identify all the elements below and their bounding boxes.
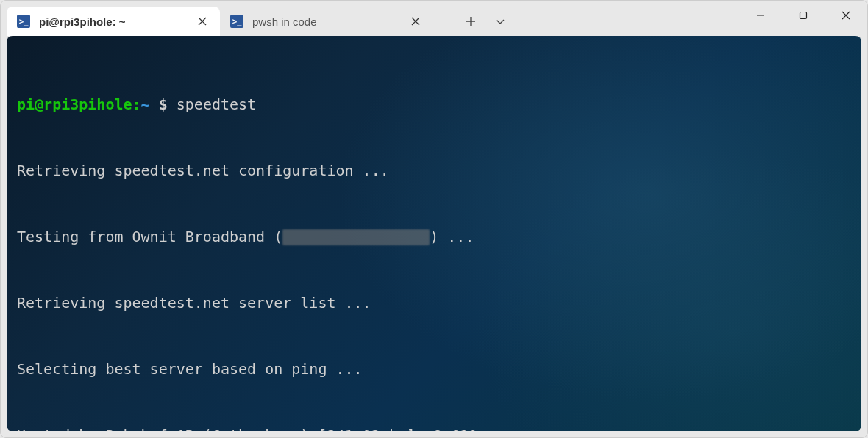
prompt-symbol: $ <box>159 96 168 113</box>
powershell-icon: >_ <box>17 15 30 28</box>
titlebar: >_ pi@rpi3pihole: ~ >_ pwsh in code <box>1 1 867 36</box>
output-line: Hosted by Bahnhof AB (Gothenburg) [241.0… <box>17 424 855 431</box>
prompt-user: pi@rpi3pihole <box>17 96 132 113</box>
terminal-pane[interactable]: pi@rpi3pihole:~ $ speedtest Retrieving s… <box>7 36 861 431</box>
redacted-ip <box>282 229 430 245</box>
terminal-output: pi@rpi3pihole:~ $ speedtest Retrieving s… <box>17 49 855 431</box>
output-line: Retrieving speedtest.net server list ... <box>17 292 855 314</box>
prompt-path: ~ <box>141 96 150 113</box>
window-controls <box>739 1 867 30</box>
command-text: speedtest <box>177 96 256 113</box>
tab-active[interactable]: >_ pi@rpi3pihole: ~ <box>7 7 220 36</box>
output-line: Selecting best server based on ping ... <box>17 358 855 380</box>
minimize-button[interactable] <box>739 1 782 30</box>
tab-title: pi@rpi3pihole: ~ <box>39 15 186 28</box>
output-line: Retrieving speedtest.net configuration .… <box>17 159 855 182</box>
output-line: Testing from Ownit Broadband () ... <box>17 226 855 248</box>
tab-actions <box>439 7 513 36</box>
maximize-button[interactable] <box>782 1 825 30</box>
close-window-button[interactable] <box>825 1 867 30</box>
divider <box>447 14 447 29</box>
powershell-icon: >_ <box>230 15 243 28</box>
tab-inactive[interactable]: >_ pwsh in code <box>220 7 433 36</box>
tab-title: pwsh in code <box>252 15 399 28</box>
new-tab-button[interactable] <box>458 10 484 33</box>
tab-strip: >_ pi@rpi3pihole: ~ >_ pwsh in code <box>7 1 513 36</box>
close-tab-button[interactable] <box>195 14 210 29</box>
tab-dropdown-button[interactable] <box>487 10 513 33</box>
svg-rect-0 <box>800 12 807 19</box>
close-tab-button[interactable] <box>408 14 423 29</box>
